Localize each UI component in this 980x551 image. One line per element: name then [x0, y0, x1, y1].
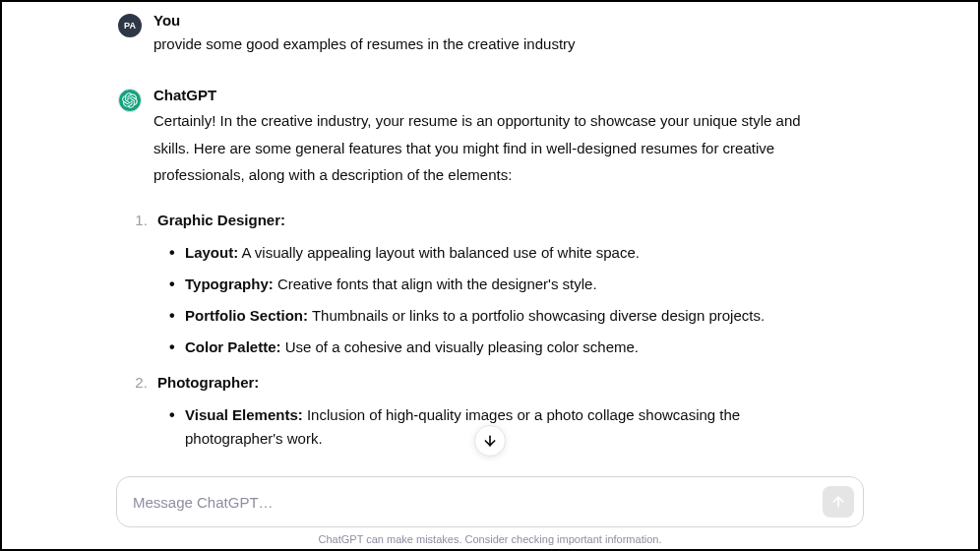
input-container: Message ChatGPT… — [116, 476, 864, 527]
assistant-message: ChatGPT Certainly! In the creative indus… — [118, 87, 978, 492]
user-message-content: You provide some good examples of resume… — [153, 12, 842, 57]
bullet-label: Visual Elements: — [185, 406, 303, 423]
list-item-title: Photographer: — [157, 374, 259, 391]
bullet-item: Layout: A visually appealing layout with… — [169, 241, 803, 265]
disclaimer-text: ChatGPT can make mistakes. Consider chec… — [2, 533, 978, 545]
assistant-avatar — [118, 89, 142, 112]
arrow-up-icon — [830, 494, 846, 510]
user-message: PA You provide some good examples of res… — [118, 12, 978, 87]
assistant-message-content: ChatGPT Certainly! In the creative indus… — [153, 87, 842, 462]
bullet-label: Layout: — [185, 244, 238, 261]
chat-container: PA You provide some good examples of res… — [2, 2, 978, 549]
resume-list: Graphic Designer: Layout: A visually app… — [150, 209, 803, 451]
input-placeholder: Message ChatGPT… — [133, 494, 274, 511]
bullet-text: Creative fonts that align with the desig… — [274, 276, 597, 292]
bullet-label: Portfolio Section: — [185, 307, 308, 324]
bullet-item: Portfolio Section: Thumbnails or links t… — [169, 304, 803, 328]
openai-icon — [122, 92, 138, 108]
list-item-title: Graphic Designer: — [157, 212, 285, 228]
assistant-intro: Certainly! In the creative industry, you… — [153, 107, 803, 189]
list-item: Graphic Designer: Layout: A visually app… — [152, 209, 803, 359]
arrow-down-icon — [482, 433, 498, 449]
user-name: You — [153, 12, 803, 29]
user-avatar-initials: PA — [124, 21, 136, 31]
user-message-text: provide some good examples of resumes in… — [153, 32, 803, 57]
message-input[interactable]: Message ChatGPT… — [116, 476, 864, 527]
bullet-text: A visually appealing layout with balance… — [238, 244, 640, 261]
user-avatar: PA — [118, 14, 142, 37]
assistant-message-text: Certainly! In the creative industry, you… — [153, 107, 803, 451]
bullet-item: Color Palette: Use of a cohesive and vis… — [169, 336, 803, 359]
scroll-to-bottom-button[interactable] — [474, 425, 506, 457]
send-button[interactable] — [823, 486, 854, 518]
bullet-list: Layout: A visually appealing layout with… — [157, 241, 803, 359]
bullet-item: Typography: Creative fonts that align wi… — [169, 273, 803, 296]
bullet-label: Typography: — [185, 276, 274, 292]
bullet-text: Thumbnails or links to a portfolio showc… — [308, 307, 765, 324]
bullet-label: Color Palette: — [185, 338, 281, 355]
assistant-name: ChatGPT — [153, 87, 803, 103]
bullet-text: Use of a cohesive and visually pleasing … — [281, 338, 640, 355]
